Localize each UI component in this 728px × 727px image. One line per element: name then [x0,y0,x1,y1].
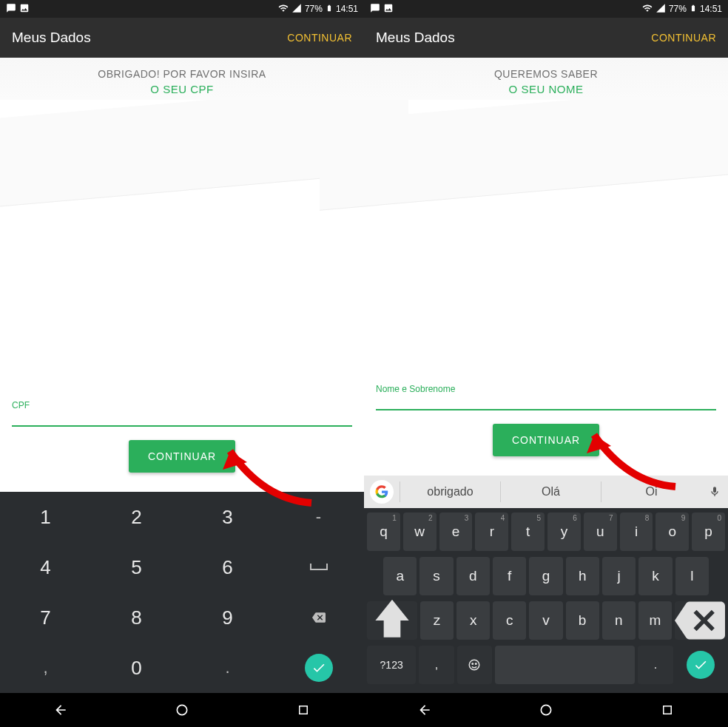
key-submit[interactable] [676,646,725,684]
key-emoji[interactable] [457,646,492,684]
key-5[interactable]: 5 [91,542,182,592]
key-3[interactable]: 3 [182,492,273,542]
mic-icon[interactable] [701,486,728,498]
nav-recent[interactable] [658,700,677,720]
key-7[interactable]: 7 [0,592,91,643]
wifi-icon [642,3,653,16]
key-submit[interactable] [273,643,364,693]
numeric-keyboard: 1 2 3 - 4 5 6 7 8 9 , 0 . [0,492,364,693]
key-space[interactable] [495,646,635,684]
key-1[interactable]: 1 [0,492,91,542]
key-space[interactable] [273,542,364,592]
screen-nome: 77% 14:51 Meus Dados CONTINUAR QUEREMOS … [364,0,728,727]
key-2[interactable]: 2 [91,492,182,542]
key-comma[interactable]: , [0,643,91,693]
continue-action[interactable]: CONTINUAR [287,32,352,44]
key-shift[interactable] [367,601,417,640]
clock-text: 14:51 [700,4,722,14]
svg-rect-1 [300,706,308,714]
key-u[interactable]: u7 [584,513,617,551]
nav-bar [364,693,728,727]
key-w[interactable]: w2 [403,513,437,551]
prompt-line2: O SEU NOME [379,83,713,95]
image-icon [383,3,394,16]
key-comma[interactable]: , [419,646,454,684]
suggestion-2[interactable]: Olá [500,481,601,502]
status-bar: 77% 14:51 [364,0,728,18]
screen-cpf: 77% 14:51 Meus Dados CONTINUAR OBRIGADO!… [0,0,364,727]
kb-row-1: q1w2e3r4t5y6u7i8o9p0 [367,513,725,551]
key-6[interactable]: 6 [182,542,273,592]
input-label-name: Nome e Sobrenome [376,384,716,394]
continue-button[interactable]: CONTINUAR [129,440,235,473]
key-f[interactable]: f [493,557,526,595]
nav-back[interactable] [51,700,70,720]
wifi-icon [278,3,289,16]
key-backspace[interactable] [675,601,725,640]
battery-text: 77% [305,4,323,14]
continue-button[interactable]: CONTINUAR [493,424,599,456]
key-b[interactable]: b [566,601,599,640]
key-v[interactable]: v [529,601,562,640]
nav-home[interactable] [536,700,556,720]
key-z[interactable]: z [420,601,454,640]
key-dash[interactable]: - [273,492,364,542]
app-bar: Meus Dados CONTINUAR [364,18,728,58]
key-8[interactable]: 8 [91,592,182,643]
key-h[interactable]: h [566,557,599,595]
image-icon [19,3,30,16]
key-e[interactable]: e3 [439,513,473,551]
page-title: Meus Dados [12,30,91,46]
svg-point-4 [476,663,477,665]
key-period[interactable]: . [182,643,273,693]
input-area: Nome e Sobrenome CONTINUAR [364,384,728,476]
key-s[interactable]: s [419,557,453,595]
key-4[interactable]: 4 [0,542,91,592]
nav-back[interactable] [415,700,434,720]
key-g[interactable]: g [529,557,562,595]
key-n[interactable]: n [602,601,636,640]
key-period[interactable]: . [638,646,673,684]
key-r[interactable]: r4 [475,513,508,551]
clock-text: 14:51 [336,4,358,14]
nav-home[interactable] [172,700,192,720]
key-x[interactable]: x [456,601,490,640]
nav-recent[interactable] [294,700,313,720]
key-y[interactable]: y6 [547,513,581,551]
key-j[interactable]: j [602,557,636,595]
key-m[interactable]: m [638,601,672,640]
page-title: Meus Dados [376,30,455,46]
signal-icon [655,3,666,16]
svg-point-5 [541,705,550,714]
key-c[interactable]: c [493,601,526,640]
key-backspace[interactable] [273,592,364,643]
continue-action[interactable]: CONTINUAR [651,32,716,44]
content-area: QUEREMOS SABER O SEU NOME Nome e Sobreno… [364,58,728,476]
key-k[interactable]: k [638,557,672,595]
key-t[interactable]: t5 [511,513,545,551]
google-icon[interactable] [370,480,394,504]
signal-icon [291,3,302,16]
suggestion-3[interactable]: Oi [601,481,701,502]
svg-rect-6 [664,706,672,714]
suggestion-1[interactable]: obrigado [400,481,500,502]
prompt-line1: OBRIGADO! POR FAVOR INSIRA [15,68,349,80]
key-o[interactable]: o9 [655,513,689,551]
key-l[interactable]: l [675,557,709,595]
key-q[interactable]: q1 [367,513,400,551]
key-symbols[interactable]: ?123 [367,646,416,684]
svg-point-2 [470,660,480,670]
prompt-line2: O SEU CPF [15,83,349,95]
notif-icon [6,3,16,16]
key-p[interactable]: p0 [692,513,725,551]
key-a[interactable]: a [383,557,417,595]
kb-row-3: zxcvbnm [367,601,725,640]
key-9[interactable]: 9 [182,592,273,643]
key-d[interactable]: d [456,557,490,595]
battery-icon [690,3,697,16]
battery-icon [326,3,333,16]
status-bar: 77% 14:51 [0,0,364,18]
suggestion-bar: obrigado Olá Oi [364,476,728,508]
key-i[interactable]: i8 [620,513,653,551]
key-0[interactable]: 0 [91,643,182,693]
